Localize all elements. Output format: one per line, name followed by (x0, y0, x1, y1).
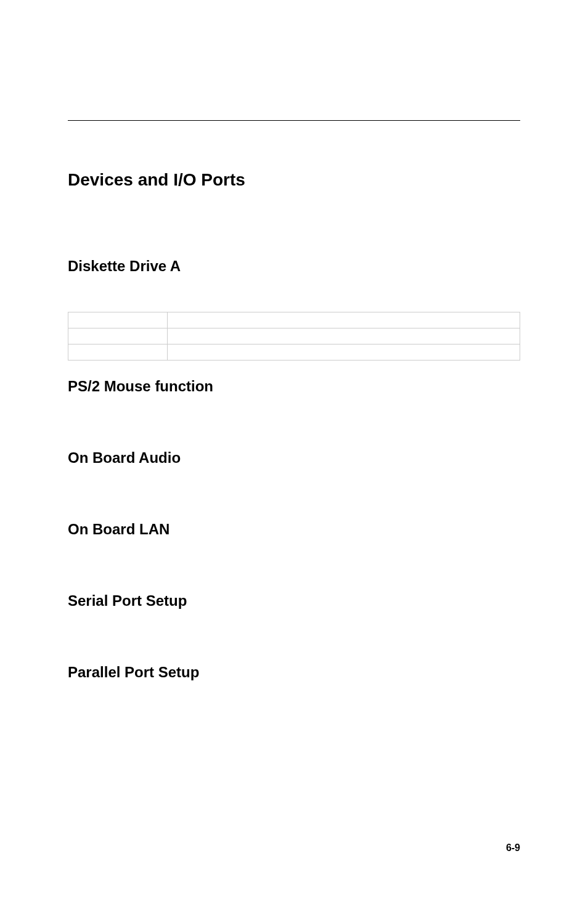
table-cell (68, 328, 168, 344)
heading-serial: Serial Port Setup (68, 592, 520, 609)
table-cell (168, 344, 520, 361)
table-row (68, 344, 520, 361)
heading-parallel: Parallel Port Setup (68, 664, 520, 681)
table-row (68, 312, 520, 328)
options-table (68, 312, 520, 361)
table-cell (168, 328, 520, 344)
page-number: 6-9 (506, 842, 520, 854)
horizontal-rule (68, 120, 520, 121)
heading-diskette: Diskette Drive A (68, 258, 520, 275)
heading-audio: On Board Audio (68, 449, 520, 467)
table-cell (168, 312, 520, 328)
table-cell (68, 344, 168, 361)
table-row (68, 328, 520, 344)
page-title: Devices and I/O Ports (68, 170, 520, 190)
table-cell (68, 312, 168, 328)
heading-ps2: PS/2 Mouse function (68, 378, 520, 395)
heading-lan: On Board LAN (68, 521, 520, 538)
